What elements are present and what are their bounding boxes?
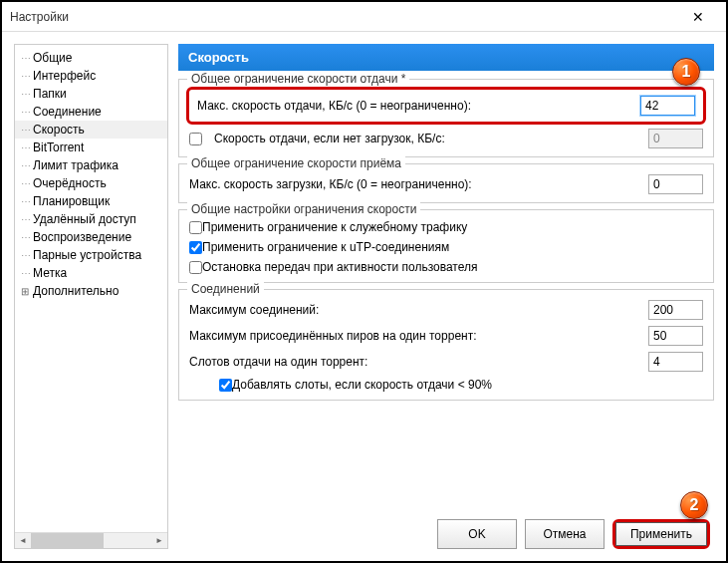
connections-legend: Соединений [187, 282, 264, 296]
stop-on-activity-checkbox[interactable] [189, 261, 202, 274]
utp-label: Применить ограничение к uTP-соединениям [202, 240, 449, 254]
max-download-input[interactable] [648, 174, 703, 194]
annotation-badge-2: 2 [680, 491, 708, 519]
scroll-left-icon[interactable]: ◄ [15, 536, 31, 545]
tree-item-remote[interactable]: Удалённый доступ [15, 210, 167, 228]
category-tree: Общие Интерфейс Папки Соединение Скорост… [15, 45, 167, 304]
apply-button[interactable]: Применить [615, 522, 707, 546]
alt-upload-checkbox[interactable] [189, 133, 202, 145]
main-panel: Скорость Общее ограничение скорости отда… [178, 44, 714, 549]
scroll-track[interactable] [31, 533, 151, 548]
tree-item-playback[interactable]: Воспроизведение [15, 228, 167, 246]
general-limit-group: Общие настройки ограничения скорости При… [178, 209, 714, 283]
tree-item-traffic-limit[interactable]: Лимит трафика [15, 156, 167, 174]
overhead-checkbox[interactable] [189, 221, 202, 234]
sidebar-scrollbar[interactable]: ◄ ► [15, 532, 167, 548]
tree-item-folders[interactable]: Папки [15, 85, 167, 103]
alt-upload-input [648, 129, 703, 148]
highlight-region-2: Применить [612, 519, 710, 549]
utp-checkbox[interactable] [189, 241, 202, 254]
tree-item-scheduler[interactable]: Планировщик [15, 192, 167, 210]
window-title: Настройки [10, 10, 678, 24]
download-legend: Общее ограничение скорости приёма [187, 156, 405, 170]
scroll-thumb[interactable] [31, 533, 104, 548]
tree-item-bittorrent[interactable]: BitTorrent [15, 139, 167, 156]
upload-group: Общее ограничение скорости отдачи * Макс… [178, 79, 714, 157]
download-group: Общее ограничение скорости приёма Макс. … [178, 163, 714, 203]
tree-item-queue[interactable]: Очерёдность [15, 174, 167, 192]
cancel-button[interactable]: Отмена [525, 519, 605, 549]
close-icon[interactable]: ✕ [678, 9, 718, 25]
titlebar: Настройки ✕ [2, 2, 726, 32]
max-conn-input[interactable] [648, 300, 703, 320]
tree-item-general[interactable]: Общие [15, 49, 167, 67]
scroll-right-icon[interactable]: ► [151, 536, 167, 545]
button-bar: OK Отмена Применить [178, 511, 714, 549]
tree-item-speed[interactable]: Скорость [15, 121, 167, 139]
general-limit-legend: Общие настройки ограничения скорости [187, 202, 420, 216]
max-download-label: Макс. скорость загрузки, КБ/с (0 = неогр… [189, 177, 640, 191]
tree-item-label[interactable]: Метка [15, 264, 167, 282]
slots-input[interactable] [648, 352, 703, 372]
connections-group: Соединений Максимум соединений: Максимум… [178, 289, 714, 401]
slots-label: Слотов отдачи на один торрент: [189, 355, 640, 369]
ok-button[interactable]: OK [437, 519, 517, 549]
max-upload-label: Макс. скорость отдачи, КБ/с (0 = неогран… [197, 99, 632, 113]
max-upload-input[interactable] [640, 96, 695, 116]
stop-on-activity-label: Остановка передач при активности пользов… [202, 260, 478, 274]
extra-slots-label: Добавлять слоты, если скорость отдачи < … [232, 378, 492, 392]
annotation-badge-1: 1 [672, 58, 700, 86]
max-conn-label: Максимум соединений: [189, 303, 640, 317]
alt-upload-label: Скорость отдачи, если нет загрузок, КБ/c… [214, 132, 640, 145]
sidebar: Общие Интерфейс Папки Соединение Скорост… [14, 44, 168, 549]
tree-item-paired-devices[interactable]: Парные устройства [15, 246, 167, 264]
upload-legend: Общее ограничение скорости отдачи * [187, 72, 409, 86]
panel-title: Скорость [178, 44, 714, 71]
tree-item-connection[interactable]: Соединение [15, 103, 167, 121]
max-peers-label: Максимум присоединённых пиров на один то… [189, 329, 640, 343]
highlight-region-1: Макс. скорость отдачи, КБ/с (0 = неогран… [186, 87, 706, 125]
overhead-label: Применить ограничение к служебному трафи… [202, 220, 467, 234]
extra-slots-checkbox[interactable] [219, 379, 232, 392]
tree-item-advanced[interactable]: Дополнительно [15, 282, 167, 300]
tree-item-interface[interactable]: Интерфейс [15, 67, 167, 85]
max-peers-input[interactable] [648, 326, 703, 346]
